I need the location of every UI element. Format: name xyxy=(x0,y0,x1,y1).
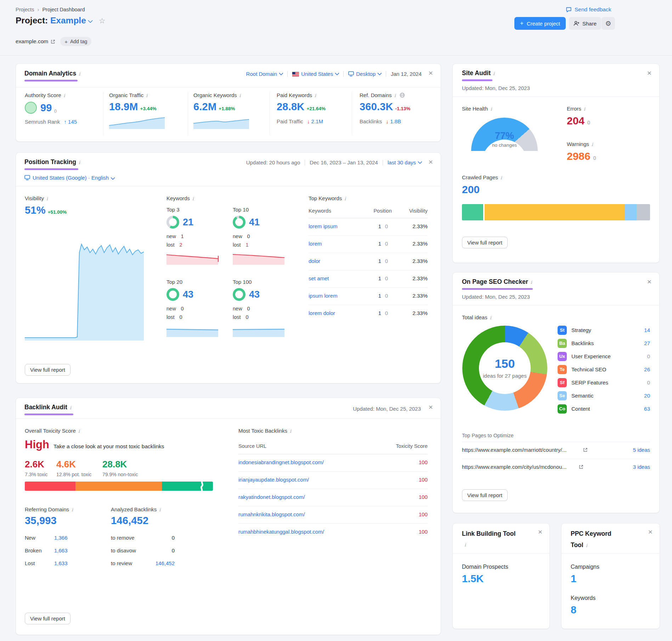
info-icon[interactable] xyxy=(159,507,160,512)
updated-label: Updated: Mon, Dec 25, 2023 xyxy=(462,294,530,300)
device-dropdown[interactable]: Desktop xyxy=(348,71,381,77)
info-icon[interactable] xyxy=(79,71,80,77)
breadcrumb-current: Project Dashboard xyxy=(42,7,85,12)
info-icon[interactable] xyxy=(64,93,65,98)
breadcrumb-projects[interactable]: Projects xyxy=(16,7,34,12)
keyword-link[interactable]: lorem dolor xyxy=(309,310,335,316)
send-feedback-link[interactable]: Send feedback xyxy=(566,6,611,13)
legend-item-strategy[interactable]: St Strategy 14 xyxy=(558,324,650,337)
visibility-area-chart xyxy=(25,231,144,341)
card-header-divider xyxy=(561,553,660,553)
close-icon[interactable] xyxy=(648,529,653,535)
site-health-note: no changes xyxy=(471,142,538,148)
top20-sparkline xyxy=(166,324,223,337)
info-icon[interactable] xyxy=(315,93,316,98)
scope-dropdown[interactable]: Root Domain xyxy=(246,71,283,77)
info-icon[interactable] xyxy=(586,541,587,550)
top20-ring-chart xyxy=(166,288,179,301)
top3-sparkline xyxy=(166,251,223,265)
close-icon[interactable] xyxy=(647,70,651,76)
globe-icon[interactable] xyxy=(400,92,405,98)
view-full-report-button[interactable]: View full report xyxy=(462,489,508,501)
rank-up-arrow: ↑ xyxy=(64,119,67,125)
add-tag-button[interactable]: Add tag xyxy=(60,37,91,46)
legend-item-semantic[interactable]: Se Semantic 20 xyxy=(558,389,650,402)
legend-item-backlinks[interactable]: Ba Backlinks 27 xyxy=(558,337,650,350)
view-full-report-button[interactable]: View full report xyxy=(462,237,508,248)
view-full-report-button[interactable]: View full report xyxy=(25,613,70,624)
toxic-url-link[interactable]: indonesiabrandingnet.blogspot.com/ xyxy=(238,459,324,465)
project-selector[interactable]: Example xyxy=(50,16,92,25)
keywords-section-label: Keywords xyxy=(166,195,194,202)
organic-traffic-value: 18.9M xyxy=(109,101,138,113)
info-icon[interactable] xyxy=(344,196,346,201)
info-icon[interactable] xyxy=(46,196,48,201)
non-toxic-count: 28.8K xyxy=(102,459,127,470)
crawled-pages-stacked-bar xyxy=(462,204,650,220)
toxic-url-link[interactable]: rumahbhinekatunggal.blogspot.com/ xyxy=(238,529,324,535)
serp-features-badge-icon: Sf xyxy=(558,378,567,387)
info-icon[interactable] xyxy=(239,93,241,98)
warnings-block: Warnings 2986 0 xyxy=(567,141,596,162)
period-dropdown[interactable]: last 30 days xyxy=(388,159,422,165)
info-icon[interactable] xyxy=(584,106,585,112)
referring-domains-label: Referring Domains xyxy=(25,506,73,513)
keyword-link[interactable]: lorem ipsum xyxy=(309,223,338,229)
keyword-link[interactable]: ipsum lorem xyxy=(309,293,338,299)
legend-item-user-experience[interactable]: Ux User Experience 0 xyxy=(558,350,650,363)
keyword-link[interactable]: lorem xyxy=(309,241,322,247)
info-icon[interactable] xyxy=(394,93,396,98)
share-button[interactable]: Share xyxy=(569,17,601,30)
analyzed-backlinks-label: Analyzed Backlinks xyxy=(111,506,160,513)
close-icon[interactable] xyxy=(429,159,433,165)
info-icon[interactable] xyxy=(464,541,466,549)
info-icon[interactable] xyxy=(192,196,194,201)
info-icon[interactable] xyxy=(78,428,80,434)
info-icon[interactable] xyxy=(531,280,532,285)
info-icon[interactable] xyxy=(290,428,291,434)
external-link-icon[interactable] xyxy=(579,465,583,469)
external-link-icon[interactable] xyxy=(51,39,55,44)
toxic-url-link[interactable]: irianjayaupdate.blogspot.com/ xyxy=(238,477,309,483)
toxic-url-link[interactable]: rumahnkrikita.blogspot.com/ xyxy=(238,511,305,517)
external-link-icon[interactable] xyxy=(583,448,588,452)
close-icon[interactable] xyxy=(429,70,433,76)
info-icon[interactable] xyxy=(146,93,147,98)
info-icon[interactable] xyxy=(493,71,495,76)
info-icon[interactable] xyxy=(490,106,492,112)
keyword-link[interactable]: set amet xyxy=(309,275,329,281)
close-icon[interactable] xyxy=(647,279,651,285)
crawled-pages-value: 200 xyxy=(462,184,480,196)
position-tracking-controls: Updated: 20 hours ago Dec 16, 2023 – Jan… xyxy=(246,159,422,165)
table-row: indonesiabrandingnet.blogspot.com/ 100 xyxy=(238,454,428,471)
country-dropdown[interactable]: United States xyxy=(292,71,339,77)
close-icon[interactable] xyxy=(538,529,542,535)
view-full-report-button[interactable]: View full report xyxy=(25,364,70,376)
backlink-audit-card: Backlink Audit Updated: Mon, Dec 25, 202… xyxy=(16,398,441,635)
keyword-link[interactable]: dolor xyxy=(309,258,320,264)
legend-item-technical-seo[interactable]: Te Technical SEO 26 xyxy=(558,363,650,376)
settings-gear-button[interactable] xyxy=(602,17,615,30)
crawl-blocked-segment xyxy=(625,204,637,220)
create-project-button[interactable]: Create project xyxy=(514,17,566,30)
legend-item-serp-features[interactable]: Sf SERP Features 0 xyxy=(558,376,650,389)
info-icon[interactable] xyxy=(490,315,491,320)
info-icon[interactable] xyxy=(70,405,71,410)
legend-item-content[interactable]: Co Content 63 xyxy=(558,402,650,415)
info-icon[interactable] xyxy=(592,142,593,147)
ideas-link[interactable]: 3 ideas xyxy=(633,464,650,470)
info-icon[interactable] xyxy=(79,160,80,165)
favorite-star-icon[interactable] xyxy=(99,16,106,25)
info-icon[interactable] xyxy=(72,507,73,512)
organic-traffic-delta: +3.44% xyxy=(140,106,157,111)
info-icon[interactable] xyxy=(501,175,502,180)
locale-selector[interactable]: United States (Google) · English xyxy=(24,175,114,181)
ideas-link[interactable]: 5 ideas xyxy=(633,447,650,453)
referring-lost-row: Lost 1,633 xyxy=(25,560,35,566)
site-health-value: 77% xyxy=(471,130,538,141)
most-toxic-title: Most Toxic Backlinks xyxy=(238,428,287,434)
close-icon[interactable] xyxy=(429,404,433,410)
chevron-down-icon xyxy=(279,71,283,75)
title-accent-bar xyxy=(24,414,73,415)
toxic-url-link[interactable]: rakyatindonet.blogspot.com/ xyxy=(238,494,305,500)
